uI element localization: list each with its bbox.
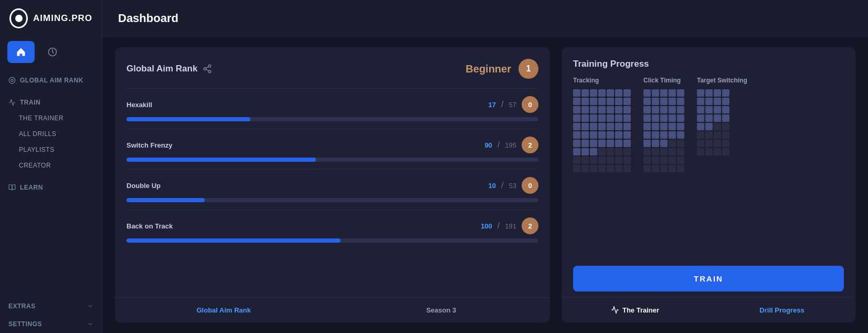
drill-score: 100 (481, 222, 492, 230)
tracking-cell (607, 89, 614, 97)
extras-label: EXTRAS (8, 303, 36, 310)
tracking-cell (615, 131, 622, 139)
drill-score-row: 17 / 57 0 (489, 96, 538, 113)
tracking-cell (607, 131, 614, 139)
target-switching-cell (705, 98, 713, 105)
click-timing-cell (677, 148, 684, 155)
click-timing-grid: (function(){ const grid = document.curre… (643, 89, 684, 172)
tracking-cell (598, 123, 606, 130)
click-timing-cell (669, 115, 676, 122)
click-timing-cell (652, 148, 659, 155)
tracking-cell (581, 157, 589, 164)
training-progress-title: Training Progress (573, 59, 844, 69)
progress-bar-fill (126, 158, 316, 162)
logo-icon (9, 8, 28, 28)
target-switching-cell (697, 98, 704, 105)
tracking-cell (590, 157, 597, 164)
global-aim-rank-label: GLOBAL AIM RANK (20, 77, 83, 84)
sidebar-item-creator[interactable]: CREATOR (0, 158, 102, 173)
target-switching-cell (697, 106, 704, 113)
activity-nav-button[interactable] (39, 41, 66, 63)
drill-slash: / (497, 221, 500, 231)
target-switching-cell (714, 106, 721, 113)
tracking-cell (623, 148, 631, 155)
tracking-cell (590, 115, 597, 122)
tracking-cell (607, 98, 614, 105)
target-switching-column: Target Switching (function(){ const grid… (697, 77, 747, 259)
extras-nav[interactable]: EXTRAS (0, 297, 102, 315)
target-switching-grid: (function(){ const grid = document.curre… (697, 89, 747, 155)
target-switching-cell (697, 148, 704, 155)
target-switching-cell (697, 123, 704, 130)
tracking-cell (581, 165, 589, 172)
drill-score: 17 (489, 101, 496, 109)
click-timing-cell (652, 157, 659, 164)
sidebar-section-global-aim-rank: GLOBAL AIM RANK (0, 67, 102, 89)
tracking-cell (590, 148, 597, 155)
gar-title: Global Aim Rank (126, 64, 197, 74)
target-switching-cell (697, 89, 704, 97)
tracking-cell (573, 148, 580, 155)
click-timing-cell (660, 89, 668, 97)
tracking-cell (615, 98, 622, 105)
tracking-cell (623, 131, 631, 139)
tracking-cell (590, 140, 597, 147)
learn-nav[interactable]: LEARN (0, 180, 102, 195)
train-label: TRAIN (20, 99, 40, 106)
svg-point-3 (209, 65, 211, 68)
sidebar-item-playlists[interactable]: PLAYLISTS (0, 142, 102, 158)
tracking-cell (590, 106, 597, 113)
the-trainer-tab-label: The Trainer (622, 306, 659, 314)
target-icon (8, 77, 16, 84)
sidebar-item-the-trainer[interactable]: THE TRAINER (0, 110, 102, 126)
target-switching-label: Target Switching (697, 77, 747, 84)
share-icon[interactable] (203, 64, 212, 74)
click-timing-cell (677, 140, 684, 147)
sidebar: AIMING.PRO GLOBAL AIM RANK TRAI (0, 0, 102, 333)
drill-slash: / (501, 181, 503, 190)
click-timing-column: Click Timing (function(){ const grid = d… (643, 77, 684, 259)
target-switching-cell (722, 89, 729, 97)
season3-tab[interactable]: Season 3 (333, 298, 551, 322)
tracking-cell (573, 157, 580, 164)
tracking-cell (598, 165, 606, 172)
target-switching-cell (722, 140, 729, 147)
train-button[interactable]: TRAIN (573, 266, 844, 292)
home-nav-button[interactable] (7, 41, 35, 63)
target-switching-cell (697, 115, 704, 122)
learn-label: LEARN (20, 184, 43, 191)
click-timing-cell (643, 98, 651, 105)
drill-progress-tab[interactable]: Drill Progress (708, 297, 855, 322)
click-timing-cell (643, 165, 651, 172)
click-timing-cell (669, 123, 676, 130)
activity-icon (47, 47, 58, 57)
click-timing-cell (652, 131, 659, 139)
train-nav[interactable]: TRAIN (0, 95, 102, 110)
click-timing-cell (652, 89, 659, 97)
logo-inner-circle (15, 15, 23, 22)
settings-nav[interactable]: SETTINGS (0, 315, 102, 333)
table-row: Double Up 10 / 53 0 (126, 169, 538, 210)
drill-badge: 2 (522, 137, 538, 153)
tracking-cell (615, 148, 622, 155)
click-timing-cell (660, 148, 668, 155)
click-timing-cell (677, 157, 684, 164)
tracking-cell (590, 89, 597, 97)
target-switching-cell (714, 115, 721, 122)
progress-bar-fill (126, 198, 205, 202)
click-timing-cell (660, 106, 668, 113)
click-timing-label: Click Timing (643, 77, 684, 84)
global-aim-rank-tab[interactable]: Global Aim Rank (115, 298, 333, 322)
sidebar-section-learn: LEARN (0, 174, 102, 196)
click-timing-cell (669, 89, 676, 97)
the-trainer-tab[interactable]: The Trainer (562, 297, 708, 322)
target-switching-cell (705, 106, 713, 113)
global-aim-rank-nav[interactable]: GLOBAL AIM RANK (0, 72, 102, 88)
tracking-cell (573, 98, 580, 105)
click-timing-cell (660, 123, 668, 130)
svg-line-7 (206, 67, 209, 68)
sidebar-item-all-drills[interactable]: ALL DRILLS (0, 126, 102, 142)
tracking-cell (581, 98, 589, 105)
chevron-down-icon (87, 303, 93, 309)
tracking-cell (573, 131, 580, 139)
